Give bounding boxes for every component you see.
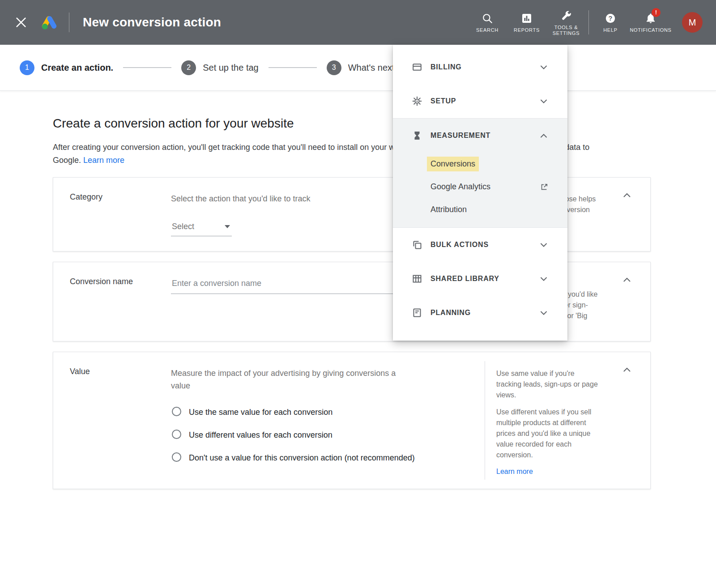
value-description: Measure the impact of your advertising b… xyxy=(171,367,413,392)
help-label: HELP xyxy=(603,27,618,33)
option-no-value[interactable]: Don't use a value for this conversion ac… xyxy=(171,451,477,465)
chevron-up-icon xyxy=(623,277,631,282)
topbar-right: SEARCH REPORTS TOOLS & SETTINGS ? HELP ! xyxy=(468,9,703,36)
value-main: Measure the impact of your advertising b… xyxy=(171,352,485,489)
close-icon xyxy=(16,17,26,27)
notification-badge: ! xyxy=(652,8,661,17)
reports-label: REPORTS xyxy=(514,27,540,33)
topbar-notifications[interactable]: ! NOTIFICATIONS xyxy=(627,12,674,33)
grid-icon xyxy=(412,273,422,284)
chevron-up-icon xyxy=(623,193,631,197)
google-analytics-label: Google Analytics xyxy=(430,182,490,192)
menu-item-setup[interactable]: SETUP xyxy=(393,84,567,118)
value-sidebar-para1: Use same value if you're tracking leads,… xyxy=(496,368,600,401)
option-same-value-label: Use the same value for each conversion xyxy=(189,405,332,419)
step-1-circle: 1 xyxy=(20,60,34,75)
conversion-name-label-col: Conversion name xyxy=(53,262,171,341)
menu-item-shared-library[interactable]: SHARED LIBRARY xyxy=(393,262,567,296)
category-label: Category xyxy=(70,192,166,202)
radio-icon[interactable] xyxy=(172,407,181,416)
menu-item-measurement-label: MEASUREMENT xyxy=(430,132,541,140)
step-set-up-tag[interactable]: 2 Set up the tag xyxy=(181,60,259,75)
topbar-divider xyxy=(69,13,69,32)
topbar-tools-settings[interactable]: TOOLS & SETTINGS xyxy=(546,9,586,36)
step-2-label: Set up the tag xyxy=(203,63,259,73)
menu-item-planning-label: PLANNING xyxy=(430,309,541,317)
category-description: Select the action that you'd like to tra… xyxy=(171,192,413,205)
option-same-value[interactable]: Use the same value for each conversion xyxy=(171,405,477,419)
gear-icon xyxy=(412,96,422,107)
intro-learn-more-link[interactable]: Learn more xyxy=(83,156,124,165)
page-title: New conversion action xyxy=(83,15,221,30)
step-3-circle: 3 xyxy=(327,60,341,75)
copy-icon xyxy=(412,239,422,250)
wrench-icon xyxy=(560,9,572,21)
close-button[interactable] xyxy=(13,15,29,30)
document-icon xyxy=(412,307,422,318)
topbar-separator xyxy=(588,10,589,34)
category-label-col: Category xyxy=(53,178,171,251)
value-learn-more-link[interactable]: Learn more xyxy=(496,468,533,476)
attribution-label: Attribution xyxy=(430,205,467,214)
value-card: Value Measure the impact of your adverti… xyxy=(53,352,651,489)
category-select-value: Select xyxy=(172,222,194,231)
tools-settings-label: TOOLS & SETTINGS xyxy=(546,25,586,36)
option-different-values-label: Use different values for each conversion xyxy=(189,428,332,442)
radio-icon[interactable] xyxy=(172,430,181,439)
menu-item-shared-library-label: SHARED LIBRARY xyxy=(430,275,541,283)
menu-item-bulk-actions-label: BULK ACTIONS xyxy=(430,241,541,249)
chevron-down-icon xyxy=(541,65,547,69)
menu-subitem-google-analytics[interactable]: Google Analytics xyxy=(393,175,567,198)
chevron-down-icon xyxy=(541,277,547,281)
category-collapse-button[interactable] xyxy=(623,191,631,199)
page-heading: Create a conversion action for your webs… xyxy=(53,116,716,131)
menu-item-measurement[interactable]: MEASUREMENT xyxy=(393,119,567,153)
value-label: Value xyxy=(70,367,166,376)
topbar: New conversion action SEARCH REPORTS TOO… xyxy=(0,0,716,45)
caret-down-icon xyxy=(225,225,230,228)
measurement-section: MEASUREMENT Conversions Google Analytics… xyxy=(393,118,567,228)
svg-text:?: ? xyxy=(609,15,613,22)
topbar-reports[interactable]: REPORTS xyxy=(507,12,546,33)
step-1-label: Create an action. xyxy=(41,63,113,73)
chevron-down-icon xyxy=(541,311,547,315)
option-no-value-label: Don't use a value for this conversion ac… xyxy=(189,451,415,465)
menu-item-billing-label: BILLING xyxy=(430,63,541,71)
topbar-help[interactable]: ? HELP xyxy=(593,12,627,33)
conversion-name-collapse-button[interactable] xyxy=(623,276,631,284)
option-different-values[interactable]: Use different values for each conversion xyxy=(171,428,477,442)
menu-item-bulk-actions[interactable]: BULK ACTIONS xyxy=(393,228,567,262)
step-whats-next[interactable]: 3 What's next xyxy=(327,60,395,75)
tools-settings-menu: BILLING SETUP MEASUREMENT Conversions xyxy=(393,45,567,341)
reports-icon xyxy=(521,12,533,24)
step-connector xyxy=(123,67,171,68)
chevron-down-icon xyxy=(541,99,547,103)
menu-item-planning[interactable]: PLANNING xyxy=(393,296,567,330)
menu-item-billing[interactable]: BILLING xyxy=(393,50,567,84)
bell-icon: ! xyxy=(645,12,656,24)
chevron-up-icon xyxy=(541,134,547,138)
value-options: Use the same value for each conversion U… xyxy=(171,405,477,465)
google-ads-logo[interactable] xyxy=(41,15,57,30)
help-icon: ? xyxy=(605,12,616,24)
category-select[interactable]: Select xyxy=(171,222,232,236)
menu-subitem-conversions[interactable]: Conversions xyxy=(393,153,567,175)
radio-icon[interactable] xyxy=(172,452,181,462)
value-sidebar-para2: Use different values if you sell multipl… xyxy=(496,407,600,460)
topbar-search[interactable]: SEARCH xyxy=(468,12,507,33)
stepper: 1 Create an action. 2 Set up the tag 3 W… xyxy=(0,45,716,91)
avatar[interactable]: M xyxy=(682,12,703,33)
billing-icon xyxy=(412,62,422,72)
external-link-icon xyxy=(540,183,549,192)
conversions-highlighted-label: Conversions xyxy=(427,157,479,171)
conversion-name-label: Conversion name xyxy=(70,277,166,286)
menu-subitem-attribution[interactable]: Attribution xyxy=(393,198,567,221)
hourglass-icon xyxy=(412,130,422,141)
step-connector xyxy=(268,67,317,68)
google-ads-logo-icon xyxy=(41,15,57,30)
search-label: SEARCH xyxy=(476,27,499,33)
step-3-label: What's next xyxy=(348,63,395,73)
value-label-col: Value xyxy=(53,352,171,489)
value-collapse-button[interactable] xyxy=(623,366,631,374)
step-create-action[interactable]: 1 Create an action. xyxy=(20,60,113,75)
